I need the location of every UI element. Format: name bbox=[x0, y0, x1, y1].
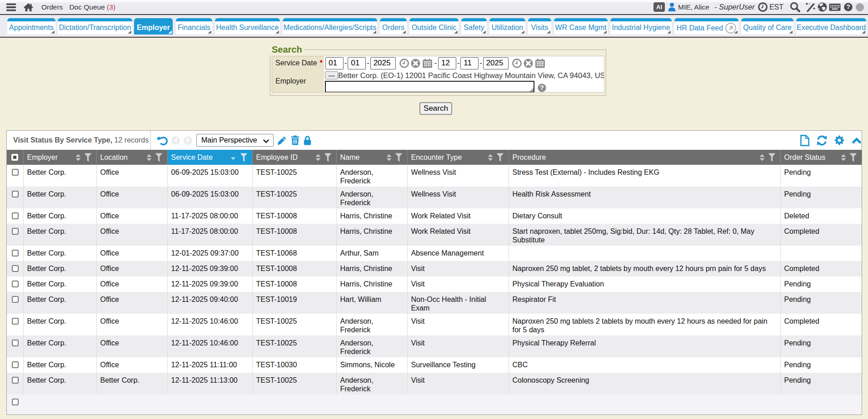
svg-text:?: ? bbox=[540, 84, 544, 91]
svg-text:?: ? bbox=[846, 3, 850, 10]
